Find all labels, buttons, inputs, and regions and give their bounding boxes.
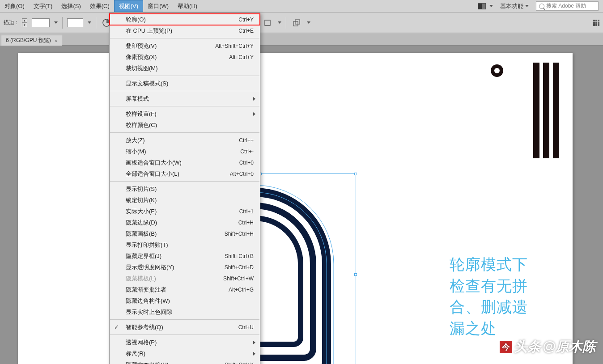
menu-entry[interactable]: 画板适合窗口大小(W)Ctrl+0: [110, 157, 260, 168]
search-input[interactable]: 搜索 Adobe 帮助: [536, 1, 599, 11]
menu-entry[interactable]: 屏幕模式: [110, 93, 260, 104]
svg-rect-21: [293, 21, 298, 26]
menu-item-3[interactable]: 效果(C): [85, 0, 114, 12]
menu-entry[interactable]: 显示打印拼贴(T): [110, 239, 260, 250]
menu-entry-label: 屏幕模式: [126, 95, 254, 103]
document-tab[interactable]: 6 (RGB/GPU 预览) ×: [1, 35, 62, 46]
menu-entry-label: 隐藏画板(B): [126, 230, 225, 238]
panel-layout-icon[interactable]: [478, 3, 486, 9]
menu-entry-label: 隐藏定界框(J): [126, 252, 225, 260]
menu-item-6[interactable]: 帮助(H): [173, 0, 202, 12]
menu-entry[interactable]: 隐藏边缘(D)Ctrl+H: [110, 217, 260, 228]
opacity-chevron-icon[interactable]: [88, 21, 91, 24]
menu-entry[interactable]: 轮廓(O)Ctrl+Y: [110, 14, 260, 25]
document-tabs: 6 (RGB/GPU 预览) ×: [0, 33, 603, 46]
stroke-swatch-chevron-icon[interactable]: [54, 21, 58, 24]
svg-rect-22: [295, 20, 300, 24]
watermark-logo-icon: 今: [500, 341, 512, 353]
selection-handle-e[interactable]: [354, 273, 357, 276]
svg-rect-27: [595, 22, 597, 24]
menu-item-5[interactable]: 窗口(W): [143, 0, 173, 12]
menu-entry-label: 隐藏边角构件(W): [126, 297, 254, 305]
menu-entry-label: 叠印预览(V): [126, 42, 215, 50]
menu-entry[interactable]: 显示实时上色间隙: [110, 306, 260, 317]
menu-separator: [110, 76, 259, 76]
menu-entry-shortcut: Alt+Ctrl+G: [229, 287, 254, 293]
close-tab-icon[interactable]: ×: [55, 38, 57, 43]
menu-entry[interactable]: 实际大小(E)Ctrl+1: [110, 206, 260, 217]
document-tab-title: 6 (RGB/GPU 预览): [6, 37, 51, 44]
menu-entry[interactable]: 标尺(R): [110, 348, 260, 359]
menu-entry-label: 显示切片(S): [126, 185, 254, 193]
menu-entry[interactable]: 隐藏边角构件(W): [110, 295, 260, 306]
menu-entry-shortcut: Alt+Shift+Ctrl+Y: [215, 43, 254, 49]
menu-entry[interactable]: 叠印预览(V)Alt+Shift+Ctrl+Y: [110, 40, 260, 51]
menu-entry[interactable]: 智能参考线(Q)Ctrl+U: [110, 322, 260, 333]
menu-item-0[interactable]: 对象(O): [0, 0, 29, 12]
arrange-icon[interactable]: [291, 17, 302, 29]
search-icon: [539, 4, 544, 9]
arrange-chevron-icon[interactable]: [307, 21, 310, 24]
ring-shape[interactable]: [491, 64, 503, 77]
svg-rect-26: [593, 22, 595, 24]
menu-entry-shortcut: Ctrl++: [239, 137, 254, 144]
menu-entry-shortcut: Shift+Ctrl+B: [225, 253, 254, 259]
menu-entry[interactable]: 全部适合窗口大小(L)Alt+Ctrl+0: [110, 168, 260, 179]
menu-entry-shortcut: Ctrl+-: [240, 148, 254, 155]
menu-entry-shortcut: Ctrl+0: [239, 160, 254, 166]
menu-entry-label: 透视网格(P): [126, 339, 254, 347]
menu-entry-shortcut: Shift+Ctrl+W: [223, 275, 254, 282]
menu-entry-label: 放大(Z): [126, 136, 239, 144]
menu-entry[interactable]: 显示文稿模式(S): [110, 78, 260, 89]
menu-entry[interactable]: 显示切片(S): [110, 183, 260, 195]
workspace-switcher[interactable]: 基本功能: [497, 2, 532, 10]
menu-entry[interactable]: 像素预览(X)Alt+Ctrl+Y: [110, 51, 260, 63]
options-overflow-icon[interactable]: [593, 20, 599, 26]
menu-entry-label: 轮廓(O): [126, 16, 238, 24]
menu-item-1[interactable]: 文字(T): [29, 0, 57, 12]
stroke-stepper[interactable]: ▲▼: [22, 18, 27, 27]
menu-entry[interactable]: 隐藏渐变批注者Alt+Ctrl+G: [110, 284, 260, 295]
menu-entry[interactable]: 显示透明度网格(Y)Shift+Ctrl+D: [110, 262, 260, 273]
menu-entry[interactable]: 放大(Z)Ctrl++: [110, 135, 260, 146]
artboard[interactable]: 轮廓模式下 检查有无拼 合、删减遗 漏之处: [18, 53, 573, 364]
menu-entry[interactable]: 裁切视图(M): [110, 63, 260, 74]
menu-entry[interactable]: 隐藏画板(B)Shift+Ctrl+H: [110, 228, 260, 239]
menu-entry-label: 隐藏文本串接(H): [126, 361, 225, 364]
menu-item-4[interactable]: 视图(V): [114, 0, 143, 12]
canvas-area[interactable]: 轮廓模式下 检查有无拼 合、删减遗 漏之处: [0, 46, 603, 364]
selection-handle-ne[interactable]: [354, 173, 357, 175]
menu-separator: [110, 132, 259, 133]
menu-entry[interactable]: 在 CPU 上预览(P)Ctrl+E: [110, 25, 260, 36]
options-bar: 描边 : ▲▼ 变换: [0, 13, 603, 33]
menu-entry[interactable]: 校样设置(F): [110, 108, 260, 119]
stroke-color-swatch[interactable]: [32, 18, 50, 27]
menu-entry-label: 显示文稿模式(S): [126, 80, 254, 88]
bars-shape[interactable]: [533, 63, 559, 158]
crop-icon[interactable]: [262, 17, 273, 29]
menu-entry-label: 实际大小(E): [126, 207, 239, 216]
menu-item-2[interactable]: 选择(S): [57, 0, 85, 12]
menu-entry-label: 标尺(R): [126, 350, 254, 358]
menu-entry[interactable]: 透视网格(P): [110, 337, 260, 348]
svg-rect-29: [593, 24, 595, 26]
panel-layout-chevron-icon[interactable]: [489, 5, 493, 7]
watermark: 今 头条 @原木陈: [500, 338, 596, 356]
menu-entry[interactable]: 隐藏文本串接(H)Shift+Ctrl+Y: [110, 359, 260, 364]
svg-rect-20: [265, 20, 270, 25]
menu-entry[interactable]: 校样颜色(C): [110, 119, 260, 131]
menu-entry-label: 像素预览(X): [126, 53, 229, 61]
menu-entry-shortcut: Alt+Ctrl+Y: [229, 54, 254, 60]
svg-rect-23: [593, 20, 595, 21]
opacity-field[interactable]: [67, 18, 83, 27]
menu-entry-label: 校样设置(F): [126, 110, 254, 118]
menu-separator: [110, 181, 259, 182]
menu-entry[interactable]: 锁定切片(K): [110, 195, 260, 206]
chevron-down-icon: [525, 5, 529, 7]
crop-chevron-icon[interactable]: [278, 21, 281, 24]
menu-entry-label: 智能参考线(Q): [126, 323, 238, 331]
menu-entry[interactable]: 隐藏定界框(J)Shift+Ctrl+B: [110, 250, 260, 262]
menu-entry[interactable]: 缩小(M)Ctrl+-: [110, 146, 260, 157]
menu-entry-label: 在 CPU 上预览(P): [126, 27, 238, 35]
menu-entry-shortcut: Alt+Ctrl+0: [230, 171, 254, 177]
